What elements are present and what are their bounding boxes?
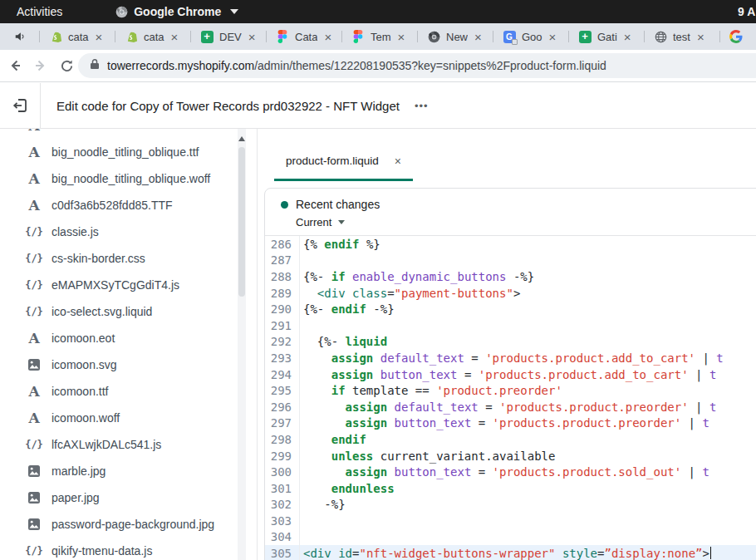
file-name: eMAPMXSyTCgGdiT4.js <box>52 278 179 292</box>
browser-tab-cata[interactable]: cata× <box>39 23 115 50</box>
line-number: 302 <box>265 497 300 513</box>
back-button[interactable] <box>4 55 26 76</box>
code-text: <div class="payment-buttons"> <box>300 287 520 300</box>
file-name: lfcAXLwjkDALc541.js <box>52 438 161 451</box>
tab-close-icon[interactable]: × <box>96 31 103 43</box>
code-line-292[interactable]: 292 {%- liquid <box>265 334 756 351</box>
file-item-big_noodle_titling_oblique.ttf[interactable]: Abig_noodle_titling_oblique.ttf <box>0 139 257 165</box>
code-line-296[interactable]: 296 assign default_text = 'products.prod… <box>265 399 756 415</box>
sidebar-scrollbar[interactable] <box>238 129 246 560</box>
file-item-ico-select.svg.liquid[interactable]: {/}ico-select.svg.liquid <box>0 298 257 325</box>
line-number: 292 <box>265 334 300 351</box>
code-line-287[interactable]: 287 <box>265 253 756 269</box>
scroll-up-icon[interactable] <box>238 136 245 141</box>
line-number: 298 <box>265 431 300 448</box>
image-file-icon <box>26 491 42 504</box>
browser-tab-Tem[interactable]: Tem× <box>341 23 417 50</box>
file-item-icomoon.ttf[interactable]: Aicomoon.ttf <box>0 378 257 405</box>
code-line-290[interactable]: 290{%- endif -%} <box>265 301 756 317</box>
line-number: 304 <box>265 529 300 546</box>
file-item-password-page-background.jpg[interactable]: password-page-background.jpg <box>0 511 257 538</box>
code-text: endif <box>300 433 366 446</box>
activities-button[interactable]: Activities <box>12 5 67 18</box>
forward-button[interactable] <box>30 55 52 76</box>
code-line-304[interactable]: 304 <box>265 529 756 546</box>
focused-app-label: Google Chrome <box>134 5 221 18</box>
code-line-288[interactable]: 288{%- if enable_dynamic_buttons -%} <box>265 268 756 285</box>
browser-tab-test[interactable]: test× <box>644 23 719 50</box>
lock-icon[interactable] <box>90 58 100 73</box>
browser-tab-DEV[interactable]: +DEV× <box>190 23 266 50</box>
file-name: cs-skin-border.css <box>52 252 145 265</box>
file-item-big_noodle_titling_oblique.woff[interactable]: Abig_noodle_titling_oblique.woff <box>0 165 257 192</box>
file-item-c0df3a6b528fdd85.TTF[interactable]: Ac0df3a6b528fdd85.TTF <box>0 192 257 219</box>
code-line-300[interactable]: 300 assign button_text = 'products.produ… <box>265 464 756 480</box>
code-text: {%- endif -%} <box>300 302 395 316</box>
browser-tab-label: test <box>673 31 690 43</box>
browser-tab-cata[interactable]: cata× <box>115 23 190 50</box>
file-item-icomoon.svg[interactable]: icomoon.svg <box>0 351 257 378</box>
clock[interactable]: 9 A <box>738 0 756 23</box>
tab-close-icon[interactable]: × <box>324 31 331 43</box>
line-number: 291 <box>265 317 300 334</box>
code-text: assign button_text = 'products.product.s… <box>300 465 709 479</box>
font-file-icon: A <box>26 172 42 186</box>
file-item-marble.jpg[interactable]: marble.jpg <box>0 458 257 484</box>
tab-close-icon[interactable]: × <box>474 31 482 43</box>
tab-close-icon[interactable]: × <box>549 31 557 43</box>
chromium-icon <box>427 30 440 43</box>
code-line-303[interactable]: 303 <box>265 513 756 529</box>
file-item-paper.jpg[interactable]: paper.jpg <box>0 484 257 511</box>
code-line-297[interactable]: 297 assign button_text = 'products.produ… <box>265 415 756 432</box>
browser-tab-Gati[interactable]: +Gati× <box>568 23 644 50</box>
tab-close-icon[interactable]: × <box>697 31 704 43</box>
code-line-298[interactable]: 298 endif <box>265 431 756 448</box>
tab-close-icon[interactable]: × <box>171 31 179 43</box>
file-item-icomoon.woff[interactable]: Aicomoon.woff <box>0 405 257 431</box>
browser-tab-partial[interactable] <box>719 23 756 50</box>
version-dropdown-label: Current <box>296 216 331 228</box>
line-number: 288 <box>265 268 300 285</box>
focused-app-menu[interactable]: Google Chrome <box>115 5 238 18</box>
code-line-301[interactable]: 301 endunless <box>265 480 756 497</box>
file-item-eMAPMXSyTCgGdiT4.js[interactable]: {/}eMAPMXSyTCgGdiT4.js <box>0 272 257 298</box>
code-file-icon: {/} <box>26 545 42 557</box>
file-item-partial[interactable]: A <box>0 129 257 139</box>
file-item-cs-skin-border.css[interactable]: {/}cs-skin-border.css <box>0 245 257 272</box>
browser-toolbar: towerrecords.myshopify.com/admin/themes/… <box>0 50 756 82</box>
file-item-lfcAXLwjkDALc541.js[interactable]: {/}lfcAXLwjkDALc541.js <box>0 431 257 458</box>
code-file-icon: {/} <box>26 226 42 238</box>
more-actions-button[interactable]: ••• <box>415 100 429 112</box>
file-item-classie.js[interactable]: {/}classie.js <box>0 219 257 245</box>
file-item-icomoon.eot[interactable]: Aicomoon.eot <box>0 325 257 351</box>
code-line-305[interactable]: 305<div id="nft-widget-buttons-wrapper" … <box>265 545 756 560</box>
code-line-294[interactable]: 294 assign button_text = 'products.produ… <box>265 366 756 383</box>
version-dropdown[interactable]: Current <box>296 216 756 228</box>
browser-tab-Cata[interactable]: Cata× <box>266 23 341 50</box>
close-icon[interactable]: × <box>395 155 401 168</box>
tab-close-icon[interactable]: × <box>248 31 256 43</box>
address-bar[interactable]: towerrecords.myshopify.com/admin/themes/… <box>78 53 756 78</box>
browser-tab-Goo[interactable]: GGoo× <box>493 23 568 50</box>
code-line-302[interactable]: 302 -%} <box>265 497 756 513</box>
tab-close-icon[interactable]: × <box>624 31 631 43</box>
browser-tab-New[interactable]: New× <box>417 23 493 50</box>
file-item-qikify-tmenu-data.js[interactable]: {/}qikify-tmenu-data.js <box>0 538 257 560</box>
code-line-291[interactable]: 291 <box>265 317 756 334</box>
chevron-down-icon <box>338 220 345 224</box>
exit-editor-button[interactable] <box>0 83 41 128</box>
code-line-295[interactable]: 295 if template == 'product.preorder' <box>265 382 756 399</box>
code-line-293[interactable]: 293 assign default_text = 'products.prod… <box>265 350 756 366</box>
speaker-icon[interactable] <box>0 31 39 42</box>
code-editor[interactable]: 286{% endif %}287288{%- if enable_dynami… <box>265 236 756 560</box>
open-file-tab[interactable]: product-form.liquid × <box>274 143 413 181</box>
code-line-289[interactable]: 289 <div class="payment-buttons"> <box>265 285 756 302</box>
reload-button[interactable] <box>56 55 77 76</box>
code-line-286[interactable]: 286{% endif %} <box>265 236 756 253</box>
scrollbar-thumb[interactable] <box>238 147 245 297</box>
code-line-299[interactable]: 299 unless current_variant.available <box>265 448 756 464</box>
recent-changes-header: Recent changes Current <box>265 189 756 235</box>
tab-close-icon[interactable]: × <box>398 31 405 43</box>
font-file-icon: A <box>26 199 42 213</box>
file-name: paper.jpg <box>52 491 100 504</box>
